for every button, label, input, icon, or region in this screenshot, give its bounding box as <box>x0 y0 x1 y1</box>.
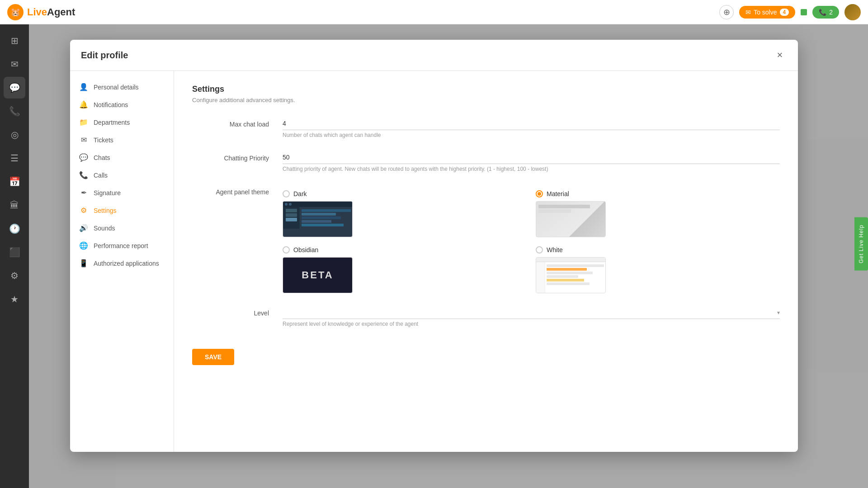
settings-subtitle: Configure additional advanced settings. <box>192 97 780 103</box>
sidebar-item-chat[interactable]: 💬 <box>4 77 25 99</box>
nav-label-performance: Performance report <box>94 242 148 249</box>
level-control: ▾ Represent level of knowledge or experi… <box>283 306 780 327</box>
to-solve-button[interactable]: ✉ To solve 4 <box>739 6 795 19</box>
sidebar: ⊞ ✉ 💬 📞 ◎ ☰ 📅 🏛 🕐 ⬛ ⚙ ★ <box>0 24 29 488</box>
theme-preview-obsidian[interactable]: BETA <box>283 257 353 293</box>
theme-radio-dark[interactable]: Dark <box>283 190 527 197</box>
modal-header: Edit profile × <box>70 40 798 71</box>
sidebar-item-customers[interactable]: 🏛 <box>4 194 25 216</box>
sound-icon: 🔊 <box>79 224 88 232</box>
nav-item-personal[interactable]: 👤 Personal details <box>70 78 174 96</box>
to-solve-badge: 4 <box>780 9 789 16</box>
live-help-button[interactable]: Get Live Help <box>854 217 868 271</box>
navbar-left: 🐹 LiveAgent <box>7 4 75 20</box>
nav-item-sounds[interactable]: 🔊 Sounds <box>70 219 174 237</box>
level-select[interactable] <box>283 306 780 319</box>
sidebar-item-tickets[interactable]: ☰ <box>4 147 25 169</box>
chatting-priority-input[interactable] <box>283 151 780 164</box>
folder-icon: 📁 <box>79 118 88 127</box>
sidebar-item-dashboard[interactable]: ⊞ <box>4 30 25 52</box>
nav-item-settings[interactable]: ⚙ Settings <box>70 202 174 219</box>
modal-title: Edit profile <box>81 50 128 61</box>
sidebar-item-calendar[interactable]: 📅 <box>4 171 25 192</box>
theme-option-dark: Dark <box>283 190 527 237</box>
edit-profile-modal: Edit profile × 👤 Personal details 🔔 Noti… <box>70 40 798 452</box>
signature-icon: ✒ <box>79 188 88 197</box>
sidebar-item-phone[interactable]: 📞 <box>4 100 25 122</box>
nav-label-authorized: Authorized applications <box>94 260 159 267</box>
max-chat-load-control: Number of chats which agent can handle <box>283 117 780 138</box>
navbar: 🐹 LiveAgent ⊕ ✉ To solve 4 📞 2 <box>0 0 868 24</box>
sidebar-item-email[interactable]: ✉ <box>4 53 25 75</box>
bell-icon: 🔔 <box>79 100 88 109</box>
mobile-icon: 📱 <box>79 259 88 267</box>
theme-label-material: Material <box>547 190 569 197</box>
logo-text: LiveAgent <box>27 6 75 18</box>
mail-icon: ✉ <box>79 136 88 144</box>
nav-item-tickets[interactable]: ✉ Tickets <box>70 131 174 149</box>
nav-label-personal: Personal details <box>94 84 139 91</box>
sidebar-item-star[interactable]: ★ <box>4 288 25 310</box>
avatar[interactable] <box>844 4 861 20</box>
level-row: Level ▾ Represent level of knowledge or … <box>192 306 780 327</box>
call-button[interactable]: 📞 2 <box>812 6 839 19</box>
nav-item-performance[interactable]: 🌐 Performance report <box>70 237 174 254</box>
status-indicator <box>801 9 807 15</box>
chatting-priority-label: Chatting Priority <box>192 151 283 162</box>
sidebar-item-settings[interactable]: ⚙ <box>4 265 25 286</box>
level-hint: Represent level of knowledge or experien… <box>283 321 780 327</box>
modal-content: Settings Configure additional advanced s… <box>174 71 798 452</box>
theme-radio-obsidian[interactable]: Obsidian <box>283 246 527 253</box>
radio-white[interactable] <box>536 246 543 253</box>
nav-item-notifications[interactable]: 🔔 Notifications <box>70 96 174 113</box>
agent-panel-theme-row: Agent panel theme Dark <box>192 185 780 293</box>
nav-item-authorized[interactable]: 📱 Authorized applications <box>70 254 174 272</box>
modal-close-button[interactable]: × <box>773 48 787 62</box>
modal-body: 👤 Personal details 🔔 Notifications 📁 Dep… <box>70 71 798 452</box>
nav-item-signature[interactable]: ✒ Signature <box>70 184 174 202</box>
settings-icon: ⚙ <box>79 206 88 215</box>
logo-icon: 🐹 <box>7 4 24 20</box>
nav-item-departments[interactable]: 📁 Departments <box>70 113 174 131</box>
navbar-right: ⊕ ✉ To solve 4 📞 2 <box>719 4 861 20</box>
radio-material[interactable] <box>536 190 543 197</box>
nav-label-tickets: Tickets <box>94 136 113 144</box>
sidebar-item-reports[interactable]: ◎ <box>4 124 25 145</box>
theme-radio-white[interactable]: White <box>536 246 780 253</box>
to-solve-label: To solve <box>754 9 777 16</box>
sidebar-item-clock[interactable]: 🕐 <box>4 218 25 239</box>
level-label: Level <box>192 306 283 317</box>
nav-label-settings: Settings <box>94 207 117 214</box>
chat-icon: 💬 <box>79 153 88 162</box>
phone-icon: 📞 <box>79 171 88 179</box>
nav-label-chats: Chats <box>94 154 110 161</box>
call-count: 2 <box>829 9 833 16</box>
theme-label-white: White <box>547 246 563 253</box>
max-chat-load-input[interactable] <box>283 117 780 130</box>
globe-icon: 🌐 <box>79 241 88 250</box>
theme-option-material: Material <box>536 190 780 237</box>
sidebar-item-building[interactable]: ⬛ <box>4 241 25 263</box>
theme-preview-dark[interactable] <box>283 201 353 237</box>
nav-item-chats[interactable]: 💬 Chats <box>70 149 174 166</box>
chatting-priority-control: Chatting priority of agent. New chats wi… <box>283 151 780 172</box>
nav-item-calls[interactable]: 📞 Calls <box>70 166 174 184</box>
chatting-priority-row: Chatting Priority Chatting priority of a… <box>192 151 780 172</box>
person-icon: 👤 <box>79 83 88 91</box>
save-button[interactable]: SAVE <box>192 349 234 365</box>
theme-preview-white[interactable] <box>536 257 606 293</box>
max-chat-load-hint: Number of chats which agent can handle <box>283 132 780 138</box>
agent-panel-theme-label: Agent panel theme <box>192 185 283 196</box>
add-button[interactable]: ⊕ <box>719 5 734 19</box>
modal-nav: 👤 Personal details 🔔 Notifications 📁 Dep… <box>70 71 174 452</box>
nav-label-signature: Signature <box>94 189 121 197</box>
theme-radio-material[interactable]: Material <box>536 190 780 197</box>
theme-grid: Dark <box>283 190 780 293</box>
theme-preview-material[interactable] <box>536 201 606 237</box>
theme-option-white: White <box>536 246 780 293</box>
radio-dark[interactable] <box>283 190 290 197</box>
theme-option-obsidian: Obsidian BETA <box>283 246 527 293</box>
radio-obsidian[interactable] <box>283 246 290 253</box>
chatting-priority-hint: Chatting priority of agent. New chats wi… <box>283 166 780 172</box>
max-chat-load-row: Max chat load Number of chats which agen… <box>192 117 780 138</box>
